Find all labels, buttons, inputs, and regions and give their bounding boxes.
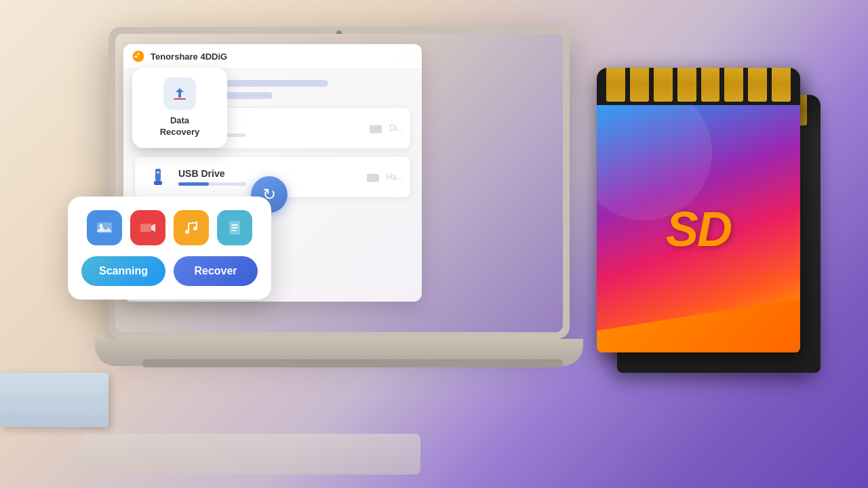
svg-rect-8 xyxy=(367,174,379,182)
svg-rect-6 xyxy=(154,181,162,185)
action-buttons-row: Scanning Recover xyxy=(81,256,258,286)
usb-bar-bg xyxy=(178,182,246,186)
data-recovery-icon xyxy=(169,83,191,104)
sd-label-text: SD xyxy=(666,201,731,257)
ghost-drive-icon-1 xyxy=(368,120,384,136)
sd-cards-container: SD xyxy=(597,68,854,393)
app-title: Tenorshare 4DDiG xyxy=(151,52,227,62)
front-contact-4 xyxy=(677,68,696,102)
ghost-drive-2: Ha... xyxy=(365,169,403,185)
svg-rect-12 xyxy=(140,224,151,232)
svg-rect-4 xyxy=(370,125,382,134)
ghost-drive-icon-2 xyxy=(365,169,381,185)
floating-card: Scanning Recover xyxy=(68,197,271,300)
photos-icon xyxy=(95,218,114,237)
svg-rect-7 xyxy=(157,171,159,174)
ghost-drive-label-1: Di... xyxy=(389,123,403,133)
front-contact-5 xyxy=(701,68,720,102)
front-contact-8 xyxy=(772,68,791,102)
music-icon-btn[interactable] xyxy=(174,210,209,245)
sd-contacts-front xyxy=(604,68,793,105)
photos-icon-btn[interactable] xyxy=(87,210,122,245)
video-icon xyxy=(138,218,157,237)
front-contact-2 xyxy=(630,68,649,102)
badge-icon-wrapper xyxy=(163,77,196,110)
app-titlebar: Tenorshare 4DDiG xyxy=(123,44,422,69)
usb-bar-fill xyxy=(178,182,209,186)
data-recovery-text: Data Recovery xyxy=(160,115,200,138)
music-icon xyxy=(182,218,201,237)
usb-drive-icon xyxy=(147,166,169,188)
svg-rect-16 xyxy=(231,224,238,226)
front-contact-6 xyxy=(724,68,743,102)
svg-point-14 xyxy=(193,226,197,230)
notebook xyxy=(0,373,108,427)
sd-card-front: SD xyxy=(597,68,800,352)
app-icons-row xyxy=(81,210,258,245)
ghost-drive-label-2: Ha... xyxy=(387,172,403,182)
recover-button[interactable]: Recover xyxy=(174,256,258,286)
keyboard-area xyxy=(81,434,420,474)
data-recovery-badge: Data Recovery xyxy=(132,68,227,148)
docs-icon xyxy=(225,218,244,237)
front-contact-3 xyxy=(654,68,673,102)
laptop-foot xyxy=(142,359,563,367)
scanning-button[interactable]: Scanning xyxy=(81,256,165,286)
front-contact-7 xyxy=(748,68,767,102)
usb-icon-wrapper xyxy=(146,165,170,189)
video-icon-btn[interactable] xyxy=(130,210,165,245)
app-logo-icon xyxy=(132,49,145,63)
svg-rect-5 xyxy=(155,169,161,181)
sd-card-design: SD xyxy=(597,105,800,352)
svg-point-13 xyxy=(185,230,189,234)
ghost-drive-1: Di... xyxy=(368,120,403,136)
front-contact-1 xyxy=(606,68,625,102)
sd-diagonal-stripe xyxy=(597,298,800,352)
svg-rect-17 xyxy=(231,227,238,228)
svg-rect-18 xyxy=(231,230,236,231)
docs-icon-btn[interactable] xyxy=(217,210,252,245)
